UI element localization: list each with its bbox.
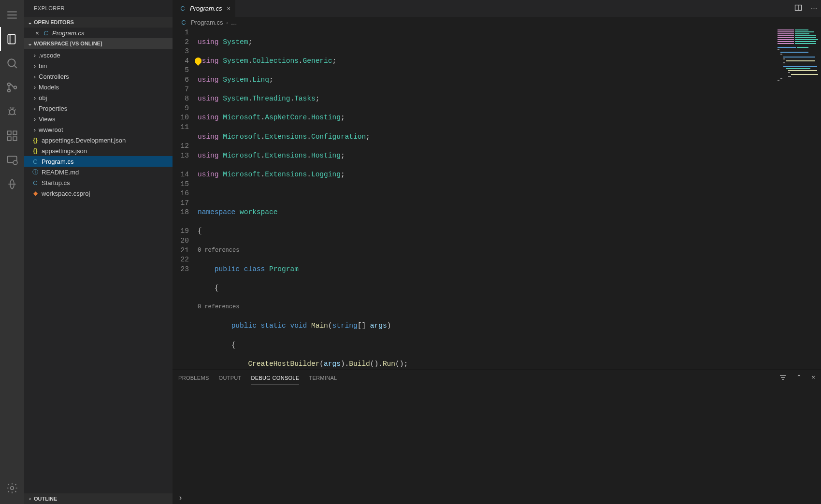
workspace-label: WORKSPACE [VS ONLINE] bbox=[34, 41, 102, 46]
code-editor[interactable]: 1234567891011 121314151617181920212223 u… bbox=[173, 28, 821, 370]
svg-point-7 bbox=[14, 86, 16, 88]
folder-vscode[interactable]: ›.vscode bbox=[24, 50, 173, 60]
file-csproj[interactable]: ◆workspace.csproj bbox=[24, 188, 173, 199]
chevron-right-icon: › bbox=[26, 495, 34, 502]
bottom-panel: PROBLEMS OUTPUT DEBUG CONSOLE TERMINAL ⌃… bbox=[173, 370, 821, 504]
chevron-right-icon: › bbox=[31, 94, 39, 101]
file-appsettings[interactable]: {}appsettings.json bbox=[24, 145, 173, 156]
workspace-header[interactable]: ⌄ WORKSPACE [VS ONLINE] bbox=[24, 38, 173, 49]
panel-tab-debug-console[interactable]: DEBUG CONSOLE bbox=[251, 371, 300, 385]
open-editor-filename: Program.cs bbox=[52, 29, 84, 37]
explorer-sidebar: EXPLORER ⌄ OPEN EDITORS × C Program.cs ⌄… bbox=[24, 0, 173, 504]
debug-console-body[interactable]: › bbox=[173, 386, 821, 504]
panel-tabs: PROBLEMS OUTPUT DEBUG CONSOLE TERMINAL ⌃… bbox=[173, 370, 821, 386]
live-share-icon[interactable] bbox=[0, 172, 24, 196]
svg-point-8 bbox=[10, 110, 15, 115]
panel-tab-output[interactable]: OUTPUT bbox=[219, 371, 242, 385]
chevron-right-icon: › bbox=[31, 84, 39, 91]
codelens-class[interactable]: 0 references bbox=[198, 246, 239, 256]
app-root: EXPLORER ⌄ OPEN EDITORS × C Program.cs ⌄… bbox=[0, 0, 821, 504]
svg-point-3 bbox=[8, 59, 15, 66]
panel-tab-problems[interactable]: PROBLEMS bbox=[178, 371, 209, 385]
debug-icon[interactable] bbox=[0, 100, 24, 124]
breadcrumb-tail: … bbox=[231, 19, 237, 26]
outline-label: OUTLINE bbox=[34, 496, 57, 502]
breadcrumb-file: Program.cs bbox=[191, 19, 223, 26]
tab-filename: Program.cs bbox=[190, 5, 222, 12]
filter-icon[interactable] bbox=[779, 374, 787, 383]
panel-tab-terminal[interactable]: TERMINAL bbox=[309, 371, 337, 385]
file-readme[interactable]: ⓘREADME.md bbox=[24, 167, 173, 177]
code-content[interactable]: using System; using System.Collections.G… bbox=[198, 28, 492, 370]
open-editors-header[interactable]: ⌄ OPEN EDITORS bbox=[24, 17, 173, 28]
csharp-file-icon: C bbox=[178, 5, 187, 12]
tab-program-cs[interactable]: C Program.cs × bbox=[173, 0, 236, 17]
outline-header[interactable]: › OUTLINE bbox=[24, 493, 173, 504]
remote-icon[interactable] bbox=[0, 148, 24, 172]
chevron-right-icon: › bbox=[226, 19, 228, 26]
svg-point-14 bbox=[13, 160, 17, 165]
csharp-file-icon: C bbox=[179, 19, 188, 26]
file-tree: ›.vscode ›bin ›Controllers ›Models ›obj … bbox=[24, 49, 173, 199]
svg-rect-12 bbox=[13, 131, 17, 135]
file-appsettings-dev[interactable]: {}appsettings.Development.json bbox=[24, 135, 173, 145]
folder-controllers[interactable]: ›Controllers bbox=[24, 71, 173, 82]
chevron-right-icon: › bbox=[31, 126, 39, 133]
svg-line-4 bbox=[14, 65, 16, 68]
minimap[interactable] bbox=[775, 28, 821, 370]
svg-point-5 bbox=[8, 83, 10, 86]
breadcrumb[interactable]: C Program.cs › … bbox=[173, 17, 821, 28]
maximize-panel-icon[interactable]: ⌃ bbox=[796, 374, 802, 383]
tab-actions: ⋯ bbox=[794, 0, 821, 17]
line-number-gutter: 1234567891011 121314151617181920212223 bbox=[173, 28, 198, 370]
json-file-icon: {} bbox=[31, 137, 40, 144]
csharp-file-icon: C bbox=[31, 158, 40, 165]
file-program-cs[interactable]: CProgram.cs bbox=[24, 156, 173, 167]
svg-rect-9 bbox=[7, 131, 11, 135]
folder-obj[interactable]: ›obj bbox=[24, 92, 173, 103]
panel-actions: ⌃ × bbox=[779, 374, 821, 383]
activity-bar bbox=[0, 0, 24, 504]
settings-gear-icon[interactable] bbox=[0, 476, 24, 500]
open-editor-item[interactable]: × C Program.cs bbox=[24, 28, 173, 38]
split-editor-icon[interactable] bbox=[794, 4, 802, 13]
folder-views[interactable]: ›Views bbox=[24, 114, 173, 124]
json-file-icon: {} bbox=[31, 147, 40, 154]
debug-console-prompt: › bbox=[178, 493, 182, 504]
editor-group: C Program.cs × ⋯ C Program.cs › … 123456… bbox=[173, 0, 821, 504]
chevron-right-icon: › bbox=[31, 115, 39, 123]
file-startup-cs[interactable]: CStartup.cs bbox=[24, 177, 173, 188]
csharp-file-icon: C bbox=[31, 179, 40, 187]
csharp-file-icon: C bbox=[42, 29, 50, 37]
close-icon[interactable]: × bbox=[33, 29, 42, 37]
chevron-right-icon: › bbox=[31, 105, 39, 112]
search-icon[interactable] bbox=[0, 51, 24, 75]
source-control-icon[interactable] bbox=[0, 75, 24, 100]
svg-point-15 bbox=[11, 487, 14, 490]
chevron-down-icon: ⌄ bbox=[26, 40, 34, 47]
more-actions-icon[interactable]: ⋯ bbox=[811, 5, 817, 12]
folder-models[interactable]: ›Models bbox=[24, 82, 173, 92]
close-icon[interactable]: × bbox=[225, 5, 230, 12]
chevron-down-icon: ⌄ bbox=[26, 19, 34, 26]
info-file-icon: ⓘ bbox=[31, 168, 40, 176]
open-editors-label: OPEN EDITORS bbox=[34, 19, 74, 25]
project-file-icon: ◆ bbox=[31, 190, 40, 197]
folder-properties[interactable]: ›Properties bbox=[24, 103, 173, 114]
extensions-icon[interactable] bbox=[0, 124, 24, 148]
svg-point-6 bbox=[8, 89, 10, 92]
chevron-right-icon: › bbox=[31, 62, 39, 70]
folder-bin[interactable]: ›bin bbox=[24, 60, 173, 71]
explorer-title: EXPLORER bbox=[24, 0, 173, 17]
svg-rect-10 bbox=[7, 137, 11, 141]
close-panel-icon[interactable]: × bbox=[811, 374, 815, 383]
tab-bar: C Program.cs × ⋯ bbox=[173, 0, 821, 17]
codelens-main[interactable]: 0 references bbox=[198, 302, 239, 312]
svg-rect-11 bbox=[13, 137, 17, 141]
menu-icon[interactable] bbox=[0, 3, 24, 27]
explorer-icon[interactable] bbox=[0, 27, 24, 51]
chevron-right-icon: › bbox=[31, 73, 39, 80]
folder-wwwroot[interactable]: ›wwwroot bbox=[24, 124, 173, 135]
chevron-right-icon: › bbox=[31, 52, 39, 59]
